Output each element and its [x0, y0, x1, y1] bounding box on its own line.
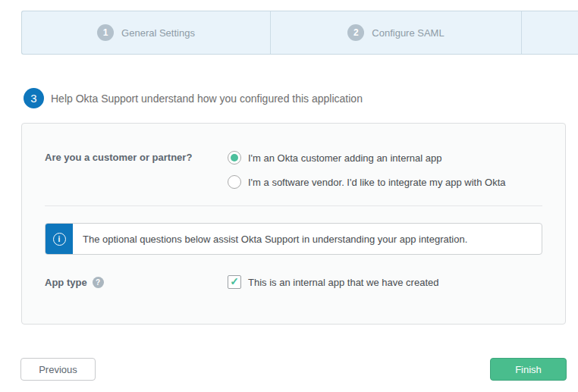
checkbox-label[interactable]: This is an internal app that we have cre…: [248, 277, 438, 288]
radio-dot: [231, 154, 238, 162]
radio-option-okta-customer[interactable]: I'm an Okta customer adding an internal …: [228, 151, 441, 165]
help-tooltip-icon[interactable]: ?: [93, 277, 104, 288]
radio-dot: [231, 178, 238, 186]
section-divider: [45, 205, 542, 206]
checkbox-checked[interactable]: ✓: [228, 275, 241, 289]
radio-button-unselected[interactable]: [228, 175, 241, 189]
step-2-label: Configure SAML: [372, 27, 444, 39]
info-callout-accent: i: [46, 224, 73, 254]
finish-button[interactable]: Finish: [490, 358, 567, 381]
step-general-settings[interactable]: 1 General Settings: [22, 11, 270, 54]
page-title: Help Okta Support understand how you con…: [51, 93, 363, 105]
wizard-stepper: 1 General Settings 2 Configure SAML: [21, 11, 578, 55]
info-callout-text: The optional questions below assist Okta…: [83, 224, 467, 254]
step-2-badge: 2: [347, 24, 364, 41]
checkmark-icon: ✓: [230, 276, 239, 287]
radio-button-selected[interactable]: [228, 151, 241, 165]
feedback-form-panel: Are you a customer or partner? I'm an Ok…: [21, 123, 566, 325]
app-type-label: App type: [45, 277, 87, 288]
step-configure-saml[interactable]: 2 Configure SAML: [270, 11, 521, 54]
radio-option-label[interactable]: I'm an Okta customer adding an internal …: [248, 152, 441, 164]
info-icon: i: [53, 233, 66, 246]
info-callout: i The optional questions below assist Ok…: [45, 223, 542, 255]
customer-question-label: Are you a customer or partner?: [45, 152, 192, 163]
step-3-number-badge: 3: [24, 88, 44, 108]
okta-wizard-page: 1 General Settings 2 Configure SAML 3 He…: [0, 0, 578, 392]
app-type-label-row: App type ?: [45, 277, 104, 288]
radio-option-software-vendor[interactable]: I'm a software vendor. I'd like to integ…: [228, 175, 506, 189]
step-1-badge: 1: [97, 24, 114, 41]
radio-option-label[interactable]: I'm a software vendor. I'd like to integ…: [248, 177, 506, 188]
step-3-cell-cutoff[interactable]: [521, 11, 578, 54]
internal-app-checkbox-row[interactable]: ✓ This is an internal app that we have c…: [228, 275, 438, 289]
previous-button[interactable]: Previous: [20, 358, 96, 381]
step-1-label: General Settings: [121, 27, 195, 39]
